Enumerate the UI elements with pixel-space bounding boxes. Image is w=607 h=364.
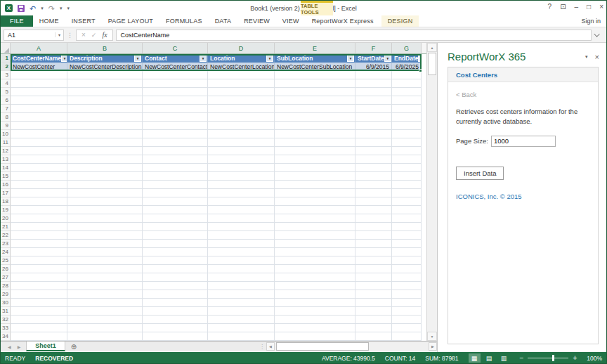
back-link[interactable]: < Back [456,91,590,98]
insert-function-icon[interactable]: fx [102,31,107,39]
ribbon-tab-reportworx-express[interactable]: ReportWorX Express [306,15,380,27]
filter-dropdown-icon[interactable]: ▾ [384,55,391,62]
filter-dropdown-icon[interactable]: ▾ [266,55,273,62]
normal-view-icon[interactable]: ▦ [469,353,481,363]
vertical-scroll-thumb[interactable] [428,53,436,75]
row-header-10[interactable]: 10 [1,130,11,138]
scroll-right-icon[interactable]: ▶ [429,342,437,351]
sheet-tab-sheet1[interactable]: Sheet1 [26,342,65,351]
column-header-g[interactable]: G [392,43,422,53]
table-header-cell[interactable]: Contact▾ [143,54,208,63]
table-cell[interactable]: NewCostCenterSubLocation [275,63,355,71]
horizontal-scroll-track[interactable] [275,342,429,351]
row-header-13[interactable]: 13 [1,155,11,164]
row-header-7[interactable]: 7 [1,105,11,113]
table-header-cell[interactable]: Location▾ [208,54,275,63]
column-header-e[interactable]: E [275,43,355,53]
select-all-button[interactable] [1,43,11,53]
table-header-cell[interactable]: CostCenterName▾ [11,54,67,63]
row-header-17[interactable]: 17 [1,189,11,197]
insert-data-button[interactable]: Insert Data [456,167,504,180]
row-header-25[interactable]: 25 [1,256,11,265]
row-header-11[interactable]: 11 [1,138,11,147]
row-header-15[interactable]: 15 [1,172,11,181]
row-header-27[interactable]: 27 [1,273,11,282]
column-header-b[interactable]: B [67,43,143,53]
page-size-input[interactable] [491,136,556,147]
row-header-32[interactable]: 32 [1,316,11,324]
fill-handle[interactable] [419,69,422,72]
sheet-nav-right-icon[interactable]: ▶ [18,344,21,349]
confirm-entry-icon[interactable]: ✓ [91,32,97,39]
ribbon-tab-home[interactable]: HOME [33,15,65,27]
row-header-3[interactable]: 3 [1,71,11,79]
row-header-18[interactable]: 18 [1,197,11,206]
row-header-23[interactable]: 23 [1,240,11,248]
table-cell[interactable]: NewCostCenter [11,63,67,71]
ribbon-tab-insert[interactable]: INSERT [65,15,102,27]
row-header-2[interactable]: 2 [1,63,11,71]
maximize-icon[interactable]: □ [587,3,591,11]
zoom-slider-thumb[interactable] [552,355,554,361]
filter-dropdown-icon[interactable]: ▾ [134,55,141,62]
row-header-9[interactable]: 9 [1,122,11,130]
row-header-33[interactable]: 33 [1,324,11,332]
ribbon-tab-page-layout[interactable]: PAGE LAYOUT [102,15,159,27]
filter-dropdown-icon[interactable]: ▾ [200,55,207,62]
row-header-12[interactable]: 12 [1,147,11,155]
table-cell[interactable]: 6/9/2025 [392,63,422,71]
filter-dropdown-icon[interactable]: ▾ [418,55,422,62]
page-layout-view-icon[interactable]: ▤ [483,353,495,363]
zoom-level[interactable]: 100% [587,355,602,362]
column-header-a[interactable]: A [11,43,67,53]
grid-body[interactable]: CostCenterName▾Description▾Contact▾Locat… [1,54,437,341]
column-header-c[interactable]: C [143,43,208,53]
formula-bar-grip[interactable]: ⋮ [67,32,73,39]
ribbon-options-icon[interactable]: ⊡ [560,3,566,11]
row-header-21[interactable]: 21 [1,223,11,231]
table-cell[interactable]: NewCostCenterLocation [208,63,275,71]
zoom-in-icon[interactable]: + [573,354,577,362]
ribbon-tab-formulas[interactable]: FORMULAS [159,15,209,27]
filter-dropdown-icon[interactable]: ▾ [61,55,67,62]
column-header-f[interactable]: F [355,43,392,53]
table-header-cell[interactable]: SubLocation▾ [275,54,355,63]
task-pane-close-icon[interactable]: × [595,53,599,61]
iconics-link[interactable]: ICONICS, Inc. © 2015 [456,193,590,200]
row-header-30[interactable]: 30 [1,299,11,307]
column-header-d[interactable]: D [208,43,275,53]
row-header-19[interactable]: 19 [1,206,11,214]
table-header-cell[interactable]: Description▾ [67,54,143,63]
row-header-6[interactable]: 6 [1,96,11,105]
new-sheet-icon[interactable]: ⊕ [65,342,82,351]
zoom-slider[interactable] [528,358,568,358]
sign-in-link[interactable]: Sign in [581,15,601,27]
ribbon-tab-data[interactable]: DATA [209,15,237,27]
name-box[interactable]: A1 ▾ [4,30,64,41]
row-header-22[interactable]: 22 [1,231,11,240]
help-icon[interactable]: ? [548,3,552,11]
table-header-cell[interactable]: EndDate▾ [392,54,422,63]
vertical-scrollbar[interactable]: ▲ ▼ [426,43,437,341]
scroll-up-icon[interactable]: ▲ [427,43,437,52]
ribbon-tab-file[interactable]: FILE [1,15,33,27]
row-header-29[interactable]: 29 [1,290,11,299]
row-header-14[interactable]: 14 [1,164,11,172]
task-pane-menu-icon[interactable]: ▾ [585,54,588,60]
row-header-20[interactable]: 20 [1,214,11,223]
page-break-view-icon[interactable]: ▥ [498,353,510,363]
row-header-1[interactable]: 1 [1,54,11,63]
table-cell[interactable]: NewCostCenterDescription [67,63,143,71]
section-title[interactable]: Cost Centers [448,67,598,82]
cancel-entry-icon[interactable]: × [81,31,86,39]
tabbar-grip[interactable]: ⋮ [259,342,265,351]
sheet-nav-left-icon[interactable]: ◀ [8,344,11,349]
scroll-down-icon[interactable]: ▼ [427,332,437,341]
filter-dropdown-icon[interactable]: ▾ [347,55,354,62]
row-header-31[interactable]: 31 [1,307,11,316]
row-header-8[interactable]: 8 [1,113,11,122]
zoom-out-icon[interactable]: − [520,354,524,362]
ribbon-tab-review[interactable]: REVIEW [237,15,276,27]
minimize-icon[interactable]: – [575,3,579,11]
ribbon-tab-view[interactable]: VIEW [276,15,306,27]
